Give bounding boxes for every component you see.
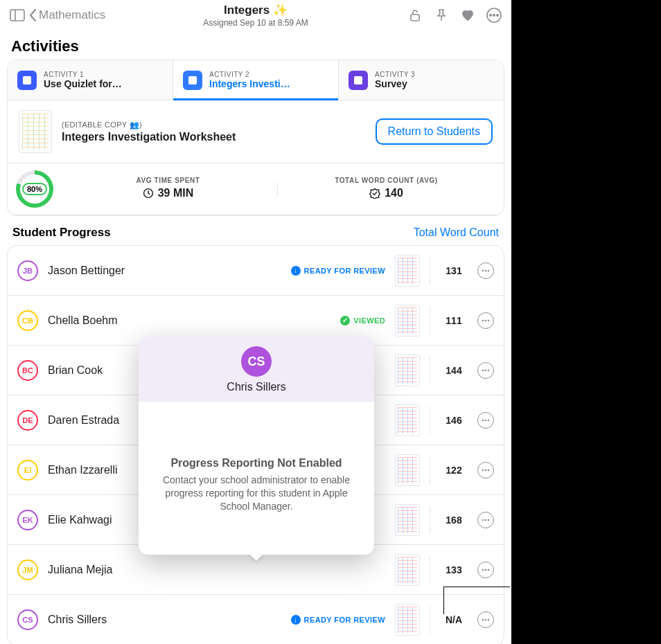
popover-name: Chris Sillers: [146, 381, 367, 393]
completion-percent: 80%: [22, 183, 47, 195]
svg-point-5: [490, 15, 491, 16]
student-name: Juliana Mejia: [48, 564, 385, 576]
clock-icon: [143, 188, 154, 199]
callout-line: [443, 587, 510, 614]
word-count-cell: 146: [440, 415, 468, 426]
row-more-button[interactable]: [477, 512, 494, 528]
total-word-count-link[interactable]: Total Word Count: [414, 226, 499, 239]
editable-copy-label: (EDITABLE COPY 👥): [62, 120, 236, 129]
svg-point-16: [482, 319, 484, 321]
svg-point-28: [482, 519, 484, 521]
svg-point-6: [493, 15, 495, 16]
submission-thumbnail[interactable]: [395, 355, 420, 386]
row-more-button[interactable]: [477, 312, 494, 329]
svg-point-17: [485, 319, 487, 321]
worksheet-header: (EDITABLE COPY 👥) Integers Investigation…: [8, 100, 504, 163]
activities-card: ACTIVITY 1 Use Quizlet for… ACTIVITY 2 I…: [7, 60, 504, 216]
worksheet-title: Integers Investigation Worksheet: [62, 131, 236, 143]
popover-description: Contact your school administrator to ena…: [157, 474, 356, 513]
return-to-students-button[interactable]: Return to Students: [376, 118, 493, 145]
svg-point-27: [488, 469, 490, 471]
row-more-button[interactable]: [477, 362, 494, 379]
svg-point-13: [482, 269, 484, 271]
row-more-button[interactable]: [477, 412, 494, 429]
pin-icon[interactable]: [430, 3, 453, 27]
word-count-cell: 111: [440, 315, 468, 326]
activity-tabs: ACTIVITY 1 Use Quizlet for… ACTIVITY 2 I…: [8, 60, 504, 100]
activity-tab-1[interactable]: ACTIVITY 1 Use Quizlet for…: [8, 60, 173, 100]
svg-point-22: [482, 419, 484, 421]
student-name: Chris Sillers: [48, 614, 281, 626]
student-popover: CS Chris Sillers Progress Reporting Not …: [139, 337, 374, 555]
svg-rect-9: [188, 76, 197, 84]
svg-point-34: [482, 619, 484, 621]
activity-label: Survey: [375, 78, 415, 89]
student-name: Chella Boehm: [48, 314, 330, 327]
submission-thumbnail[interactable]: [395, 454, 420, 486]
svg-rect-0: [10, 10, 24, 21]
submission-thumbnail[interactable]: [395, 305, 420, 337]
svg-point-23: [485, 419, 487, 421]
submission-thumbnail[interactable]: [395, 404, 420, 436]
row-more-button[interactable]: [477, 262, 494, 279]
student-row[interactable]: JB Jason Bettinger ↓READY FOR REVIEW 131: [8, 246, 504, 296]
svg-point-24: [488, 419, 490, 421]
student-avatar: JB: [17, 260, 38, 281]
svg-point-18: [488, 319, 490, 321]
word-count-cell: 168: [440, 515, 468, 526]
row-more-button[interactable]: [477, 462, 494, 478]
submission-thumbnail[interactable]: [395, 604, 420, 636]
top-bar: Mathematics Integers ✨ Assigned Sep 10 a…: [0, 0, 511, 30]
svg-point-29: [485, 519, 487, 521]
metrics-row: 80% AVG TIME SPENT 39 MIN TOTAL WORD COU…: [8, 163, 504, 215]
svg-point-30: [488, 519, 490, 521]
student-avatar: EK: [17, 510, 38, 530]
activity-tab-icon: [349, 71, 368, 90]
worksheet-thumbnail[interactable]: [19, 110, 52, 153]
avg-time-value: 39 MIN: [158, 187, 194, 199]
badge-icon: [369, 188, 380, 199]
activity-tab-2[interactable]: ACTIVITY 2 Integers Investi…: [173, 60, 339, 100]
activity-label: Use Quizlet for…: [44, 78, 122, 89]
activity-tab-3[interactable]: ACTIVITY 3 Survey: [339, 60, 504, 100]
student-avatar: CB: [17, 310, 38, 331]
submission-thumbnail[interactable]: [395, 554, 420, 586]
svg-point-35: [485, 619, 487, 621]
student-avatar: CS: [17, 609, 38, 630]
student-avatar: JM: [17, 560, 38, 580]
student-progress-header: Student Progress Total Word Count: [0, 216, 511, 245]
student-avatar: BC: [17, 360, 38, 381]
activity-kicker: ACTIVITY 2: [209, 71, 290, 78]
popover-avatar: CS: [241, 346, 272, 377]
student-row[interactable]: CS Chris Sillers ↓READY FOR REVIEW N/A: [8, 595, 504, 644]
svg-point-15: [488, 269, 490, 271]
back-label: Mathematics: [39, 8, 105, 22]
svg-point-21: [488, 369, 490, 371]
word-count-cell: 133: [440, 564, 468, 575]
svg-point-20: [485, 369, 487, 371]
student-progress-title: Student Progress: [12, 226, 111, 240]
submission-thumbnail[interactable]: [395, 504, 420, 536]
svg-point-31: [482, 569, 484, 571]
activity-label: Integers Investi…: [209, 78, 290, 89]
student-avatar: EI: [17, 460, 38, 481]
word-count-cell: 144: [440, 365, 468, 376]
row-more-button[interactable]: [477, 562, 494, 578]
svg-point-32: [485, 569, 487, 571]
svg-point-36: [488, 619, 490, 621]
more-icon[interactable]: [482, 3, 506, 27]
popover-title: Progress Reporting Not Enabled: [157, 457, 356, 469]
lock-icon[interactable]: [403, 3, 427, 27]
word-count-cell: N/A: [440, 614, 468, 625]
svg-rect-2: [411, 15, 419, 21]
completion-ring: 80%: [16, 170, 53, 208]
svg-rect-10: [354, 76, 362, 84]
back-button[interactable]: Mathematics: [29, 8, 105, 22]
submission-thumbnail[interactable]: [395, 255, 420, 287]
sidebar-toggle-icon[interactable]: [6, 3, 29, 27]
svg-point-7: [497, 15, 498, 16]
svg-point-25: [482, 469, 484, 471]
student-avatar: DE: [17, 410, 38, 431]
svg-point-14: [485, 269, 487, 271]
heart-icon[interactable]: [456, 3, 479, 27]
